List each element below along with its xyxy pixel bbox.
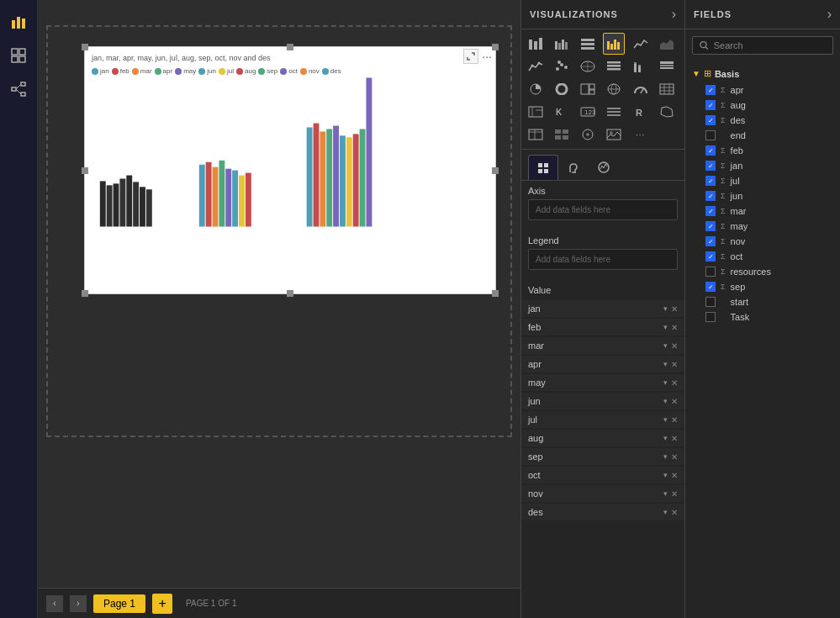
field-item-jun[interactable]: Σ jun [685, 188, 840, 203]
table-viz-icon[interactable] [656, 78, 678, 100]
card-icon[interactable]: 123 [577, 101, 599, 123]
field-item-aug[interactable]: Σ aug [685, 98, 840, 113]
resize-handle-bm[interactable] [287, 290, 293, 297]
field-item-feb[interactable]: Σ feb [685, 143, 840, 158]
field-jun-checkbox[interactable] [705, 191, 716, 201]
field-feb-checkbox[interactable] [705, 145, 716, 156]
globe-icon[interactable] [603, 78, 625, 100]
shape-map-icon[interactable] [656, 101, 678, 123]
value-item-des[interactable]: des ▾ ✕ [521, 504, 684, 520]
slicer-icon[interactable] [603, 101, 625, 123]
value-jun-remove[interactable]: ✕ [671, 397, 678, 406]
axis-dropzone[interactable]: Add data fields here [528, 199, 678, 220]
prev-page-button[interactable]: ‹ [46, 595, 63, 612]
field-item-task[interactable]: Σ Task [685, 309, 840, 325]
value-item-aug[interactable]: aug ▾ ✕ [521, 430, 684, 446]
field-start-checkbox[interactable] [705, 297, 716, 307]
viz-panel-expand-icon[interactable]: › [672, 7, 676, 22]
value-oct-remove[interactable]: ✕ [671, 471, 678, 480]
field-jan-checkbox[interactable] [705, 161, 716, 171]
analytics-tab[interactable] [589, 155, 619, 180]
value-item-feb[interactable]: feb ▾ ✕ [521, 319, 684, 335]
model-view-icon[interactable] [3, 74, 34, 104]
value-item-jul[interactable]: jul ▾ ✕ [521, 411, 684, 428]
gauge-icon[interactable] [630, 78, 652, 100]
grid2-icon[interactable] [551, 124, 573, 145]
field-item-jul[interactable]: Σ jul [685, 173, 840, 188]
value-jul-remove[interactable]: ✕ [671, 415, 678, 425]
field-oct-checkbox[interactable] [705, 251, 716, 261]
field-item-oct[interactable]: Σ oct [685, 249, 840, 264]
field-sep-checkbox[interactable] [705, 282, 716, 292]
resize-handle-ml[interactable] [82, 167, 88, 174]
value-nov-remove[interactable]: ✕ [671, 489, 678, 499]
line-icon[interactable] [630, 33, 652, 55]
value-sep-remove[interactable]: ✕ [671, 452, 678, 462]
kpi-icon[interactable]: K [551, 101, 573, 123]
field-task-checkbox[interactable] [705, 312, 716, 322]
resize-handle-mr[interactable] [492, 167, 499, 174]
value-item-jun[interactable]: jun ▾ ✕ [521, 393, 684, 409]
more-visuals-icon[interactable]: ··· [630, 124, 652, 145]
value-feb-remove[interactable]: ✕ [671, 323, 678, 332]
field-item-mar[interactable]: Σ mar [685, 203, 840, 219]
100pct-stacked-col-icon[interactable] [656, 55, 678, 77]
value-item-apr[interactable]: apr ▾ ✕ [521, 356, 684, 372]
value-item-nov[interactable]: nov ▾ ✕ [521, 485, 684, 502]
field-item-start[interactable]: Σ start [685, 294, 840, 309]
field-item-jan[interactable]: Σ jan [685, 158, 840, 173]
value-apr-remove[interactable]: ✕ [671, 360, 678, 369]
globe2-icon[interactable] [577, 124, 599, 145]
fields-group-basis[interactable]: ▼ ⊞ Basis [685, 65, 840, 82]
resize-handle-tl[interactable] [82, 44, 88, 50]
search-input[interactable] [714, 40, 826, 50]
value-item-oct[interactable]: oct ▾ ✕ [521, 467, 684, 483]
field-nov-checkbox[interactable] [705, 236, 716, 246]
value-sep-chevron[interactable]: ▾ [663, 452, 668, 461]
treemap-icon[interactable] [577, 78, 599, 100]
clustered-bar-icon[interactable] [551, 33, 573, 55]
value-mar-chevron[interactable]: ▾ [663, 341, 668, 350]
resize-handle-br[interactable] [492, 290, 499, 297]
data-view-icon[interactable] [3, 40, 34, 71]
field-item-des[interactable]: Σ des [685, 113, 840, 128]
chart-widget[interactable]: ··· jan, mar, apr, may, jun, jul, aug, s… [84, 46, 496, 294]
multi-row-card-icon[interactable] [603, 55, 625, 77]
field-item-sep[interactable]: Σ sep [685, 279, 840, 294]
value-des-chevron[interactable]: ▾ [663, 508, 668, 516]
line-chart-icon[interactable] [525, 55, 547, 77]
value-jul-chevron[interactable]: ▾ [663, 415, 668, 424]
matrix-viz-icon[interactable] [525, 101, 547, 123]
value-aug-chevron[interactable]: ▾ [663, 434, 668, 442]
field-end-checkbox[interactable] [705, 130, 716, 140]
field-jul-checkbox[interactable] [705, 176, 716, 186]
field-aug-checkbox[interactable] [705, 100, 716, 110]
fields-tab[interactable] [528, 155, 558, 180]
image-icon[interactable] [603, 124, 625, 145]
value-mar-remove[interactable]: ✕ [671, 341, 678, 351]
value-des-remove[interactable]: ✕ [671, 508, 678, 517]
field-item-end[interactable]: Σ end [685, 128, 840, 143]
legend-dropzone[interactable]: Add data fields here [528, 249, 678, 270]
value-jan-chevron[interactable]: ▾ [663, 304, 668, 313]
stacked-bar-icon[interactable] [525, 33, 547, 55]
value-item-jan[interactable]: jan ▾ ✕ [521, 300, 684, 317]
pie-icon[interactable] [525, 78, 547, 100]
field-item-resources[interactable]: Σ resources [685, 264, 840, 279]
chart-expand-icon[interactable] [463, 49, 478, 64]
value-item-mar[interactable]: mar ▾ ✕ [521, 337, 684, 354]
add-page-button[interactable]: + [152, 594, 172, 614]
value-oct-chevron[interactable]: ▾ [663, 471, 668, 479]
value-jan-remove[interactable]: ✕ [671, 304, 678, 314]
value-aug-remove[interactable]: ✕ [671, 434, 678, 443]
100pct-stacked-bar-icon[interactable] [630, 55, 652, 77]
area-icon[interactable] [656, 33, 678, 55]
value-feb-chevron[interactable]: ▾ [663, 323, 668, 331]
value-item-sep[interactable]: sep ▾ ✕ [521, 448, 684, 465]
value-apr-chevron[interactable]: ▾ [663, 360, 668, 368]
resize-handle-bl[interactable] [82, 290, 88, 297]
filled-map-icon[interactable] [577, 55, 599, 77]
next-page-button[interactable]: › [70, 595, 87, 612]
field-item-may[interactable]: Σ may [685, 219, 840, 234]
fields-panel-expand-icon[interactable]: › [827, 7, 832, 22]
